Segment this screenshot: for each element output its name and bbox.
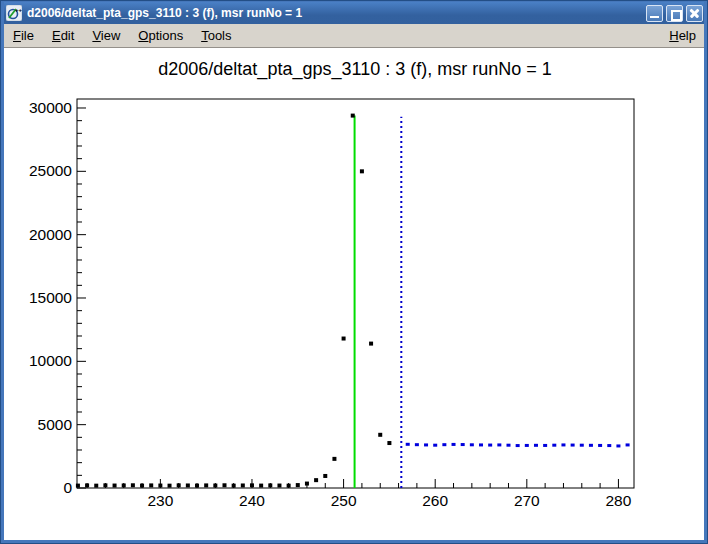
data-point (479, 443, 483, 446)
data-point (296, 483, 300, 487)
data-point (488, 444, 492, 447)
menu-item-help[interactable]: Help (661, 25, 704, 46)
minimize-icon (650, 16, 659, 18)
data-point (571, 444, 575, 447)
data-point (406, 443, 410, 446)
data-point (580, 444, 584, 447)
menu-item-options[interactable]: Options (129, 25, 192, 46)
data-point (195, 484, 199, 488)
data-point (131, 483, 135, 487)
menu-item-tools[interactable]: Tools (192, 25, 240, 46)
data-point (85, 483, 89, 487)
data-point (277, 484, 281, 488)
data-point (122, 483, 126, 487)
data-point (525, 444, 529, 447)
data-point (342, 337, 346, 341)
data-point (543, 444, 547, 447)
close-button[interactable] (686, 5, 703, 22)
maximize-icon (671, 10, 682, 21)
data-point (158, 484, 162, 488)
data-point (177, 483, 181, 487)
data-point (232, 484, 236, 488)
data-point (103, 483, 107, 487)
window-title: d2006/deltat_pta_gps_3110 : 3 (f), msr r… (27, 6, 646, 20)
data-point (497, 443, 501, 446)
data-point (589, 444, 593, 447)
data-point (360, 169, 364, 173)
minimize-button[interactable] (646, 5, 663, 22)
data-point (378, 433, 382, 437)
data-point (268, 483, 272, 487)
data-point (616, 444, 620, 447)
data-point (250, 483, 254, 487)
data-point (149, 483, 153, 487)
x-tick-label: 230 (147, 492, 173, 509)
x-tick-label: 280 (605, 492, 631, 509)
data-point (186, 483, 190, 487)
data-point (552, 444, 556, 447)
menu-item-edit[interactable]: Edit (43, 25, 83, 46)
data-point (213, 484, 217, 488)
menubar: FileEditViewOptionsToolsHelp (4, 24, 704, 48)
x-tick-label: 250 (331, 492, 357, 509)
plot-canvas[interactable]: d2006/deltat_pta_gps_3110 : 3 (f), msr r… (4, 48, 704, 540)
data-point (222, 483, 226, 487)
titlebar[interactable]: ++ d2006/deltat_pta_gps_3110 : 3 (f), ms… (4, 2, 704, 24)
data-point (461, 443, 465, 446)
y-tick-label: 15000 (29, 289, 72, 306)
x-axis: 230240250260270280 (87, 479, 632, 509)
data-point (516, 444, 520, 447)
data-point (168, 484, 172, 488)
data-point (561, 443, 565, 446)
data-point (452, 443, 456, 446)
data-point (415, 443, 419, 446)
maximize-button[interactable] (666, 5, 683, 22)
data-point (433, 444, 437, 447)
svg-text:++: ++ (15, 7, 22, 13)
x-tick-label: 260 (422, 492, 448, 509)
data-point (387, 441, 391, 445)
y-tick-label: 30000 (29, 99, 72, 116)
x-tick-label: 270 (514, 492, 540, 509)
data-point (506, 444, 510, 447)
data-point (607, 444, 611, 447)
data-point (470, 443, 474, 446)
data-point (113, 484, 117, 488)
data-point (369, 342, 373, 346)
data-point (626, 443, 630, 446)
root-app-icon: ++ (6, 5, 22, 21)
y-tick-label: 10000 (29, 352, 72, 369)
data-point (76, 484, 80, 488)
data-point (241, 483, 245, 487)
y-tick-label: 5000 (38, 416, 73, 433)
data-point (534, 444, 538, 447)
y-tick-label: 20000 (29, 226, 72, 243)
data-point (259, 484, 263, 488)
menu-item-view[interactable]: View (83, 25, 129, 46)
data-point (351, 114, 355, 118)
data-point (424, 443, 428, 446)
data-point (332, 457, 336, 461)
data-point (442, 443, 446, 446)
data-point (314, 478, 318, 482)
data-point (140, 484, 144, 488)
data-point (598, 444, 602, 447)
data-point (94, 484, 98, 488)
plot-title: d2006/deltat_pta_gps_3110 : 3 (f), msr r… (4, 59, 704, 80)
menu-item-file[interactable]: File (4, 25, 43, 46)
data-point (323, 474, 327, 478)
root-canvas-window: ++ d2006/deltat_pta_gps_3110 : 3 (f), ms… (0, 0, 708, 544)
y-tick-label: 0 (63, 479, 72, 496)
data-point (287, 484, 291, 488)
fit-curve-points (406, 443, 630, 448)
histogram-data-points (76, 114, 391, 488)
data-point (204, 483, 208, 487)
data-point (305, 482, 309, 486)
y-tick-label: 25000 (29, 162, 72, 179)
x-tick-label: 240 (239, 492, 265, 509)
plot-area: 2302402502602702800500010000150002000025… (4, 48, 704, 540)
